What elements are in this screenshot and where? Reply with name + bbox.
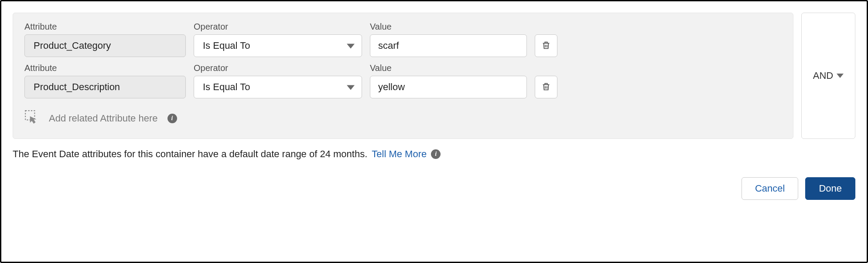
- trash-icon: [541, 40, 551, 51]
- tell-me-more-link[interactable]: Tell Me More: [372, 148, 427, 160]
- chevron-down-icon: [347, 44, 355, 49]
- rules-panel: Attribute Product_Category Operator Is E…: [13, 13, 793, 139]
- add-attribute-dropzone[interactable]: Add related Attribute here i: [24, 110, 782, 127]
- value-label: Value: [370, 63, 527, 73]
- attribute-label: Attribute: [24, 63, 186, 73]
- footer-buttons: Cancel Done: [13, 177, 855, 200]
- operator-select[interactable]: Is Equal To: [194, 34, 362, 57]
- chevron-down-icon: [347, 85, 355, 90]
- rule-row: Attribute Product_Description Operator I…: [24, 63, 782, 98]
- operator-label: Operator: [194, 22, 362, 32]
- filter-builder-frame: Attribute Product_Category Operator Is E…: [0, 0, 868, 263]
- info-icon[interactable]: i: [167, 114, 177, 123]
- delete-rule-button[interactable]: [535, 34, 557, 57]
- attribute-chip[interactable]: Product_Description: [24, 76, 186, 98]
- hint-row: The Event Date attributes for this conta…: [13, 148, 855, 160]
- attribute-chip[interactable]: Product_Category: [24, 34, 186, 57]
- operator-select-text: Is Equal To: [203, 40, 250, 51]
- dropzone-text: Add related Attribute here: [49, 113, 158, 124]
- delete-rule-button[interactable]: [535, 76, 557, 98]
- attribute-chip-text: Product_Category: [34, 40, 111, 51]
- editor-row: Attribute Product_Category Operator Is E…: [13, 13, 855, 139]
- value-input[interactable]: [370, 76, 527, 98]
- chevron-down-icon: [837, 74, 844, 78]
- info-icon[interactable]: i: [431, 149, 441, 159]
- value-input[interactable]: [370, 34, 527, 57]
- operator-select-text: Is Equal To: [203, 81, 250, 93]
- cancel-button[interactable]: Cancel: [742, 177, 798, 200]
- hint-text: The Event Date attributes for this conta…: [13, 148, 367, 160]
- attribute-chip-text: Product_Description: [34, 81, 120, 93]
- drag-drop-icon: [24, 110, 39, 127]
- rule-row: Attribute Product_Category Operator Is E…: [24, 22, 782, 57]
- trash-icon: [541, 82, 551, 93]
- operator-select[interactable]: Is Equal To: [194, 76, 362, 98]
- logic-operator-text: AND: [813, 70, 833, 81]
- operator-label: Operator: [194, 63, 362, 73]
- done-button[interactable]: Done: [805, 177, 855, 200]
- logic-operator-selector[interactable]: AND: [801, 13, 855, 139]
- value-label: Value: [370, 22, 527, 32]
- attribute-label: Attribute: [24, 22, 186, 32]
